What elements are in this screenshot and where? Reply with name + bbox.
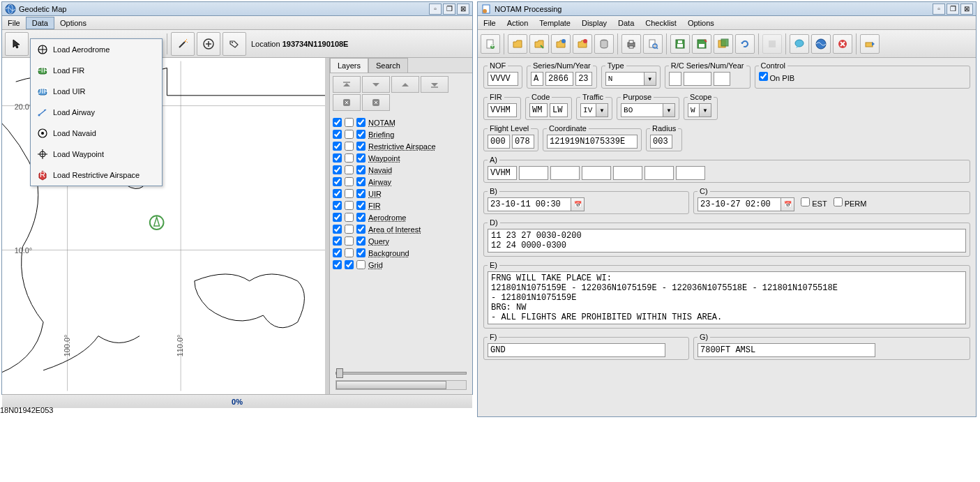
db-button[interactable] [594,34,614,54]
notam-menu-data[interactable]: Data [612,17,640,29]
layer-cb2[interactable] [345,142,354,151]
load-fir-item[interactable]: FIR Load FIR [31,60,162,81]
layer-cb1[interactable] [333,118,342,127]
minimize-button[interactable]: ▫⁢ [429,3,442,15]
traffic-input[interactable] [580,103,596,117]
a-input-7[interactable] [676,166,705,180]
save1-button[interactable] [670,34,690,54]
layer-cb2[interactable] [345,260,354,269]
layer-cb3[interactable] [356,177,365,186]
layer-cb2[interactable] [345,201,354,210]
on-pib-checkbox[interactable] [759,72,768,81]
est-checkbox[interactable] [801,197,810,206]
layer-up-button[interactable] [391,76,419,93]
layer-label[interactable]: Query [368,237,389,246]
layer-label[interactable]: Restrictive Airspace [368,142,436,151]
layer-slider[interactable] [330,363,472,394]
layer-cb1[interactable] [333,130,342,139]
layer-cb3[interactable] [356,260,365,269]
layer-cb1[interactable] [333,213,342,222]
folder1-button[interactable] [508,34,527,54]
layer-cb1[interactable] [333,189,342,198]
layer-cb3[interactable] [356,236,365,246]
tag-tool-button[interactable] [223,32,246,56]
code2-input[interactable] [550,103,568,117]
maximize-button[interactable]: ❐ [443,3,455,15]
coord-input[interactable] [547,135,638,149]
layer-top-button[interactable] [333,76,361,93]
b-datetime-input[interactable] [488,197,571,211]
layer-cb2[interactable] [345,225,354,234]
tab-layers[interactable]: Layers [330,58,368,73]
layer-label[interactable]: Navaid [368,166,392,174]
layer-label[interactable]: Airway [368,178,391,186]
layer-label[interactable]: FIR [368,202,381,210]
layer-cb3[interactable] [356,153,365,163]
fl-lower-input[interactable] [488,135,510,149]
layer-cb2[interactable] [345,248,354,257]
new-doc-button[interactable]: + [481,34,500,54]
layer-x1-button[interactable] [333,94,361,111]
layer-label[interactable]: Grid [368,261,383,269]
a-input-2[interactable] [519,166,548,180]
layer-label[interactable]: Aerodrome [368,213,406,222]
layer-label[interactable]: UIR [368,190,382,198]
load-airway-item[interactable]: Load Airway [31,102,162,123]
a-input-3[interactable] [550,166,580,180]
layer-cb2[interactable] [345,189,354,198]
perm-checkbox[interactable] [834,197,843,206]
traffic-dropdown-button[interactable]: ▼ [596,103,608,117]
folder2-button[interactable] [529,34,549,54]
notam-close-button[interactable]: ⊠ [960,3,973,15]
series-input[interactable] [531,72,543,86]
tab-search[interactable]: Search [368,58,408,73]
layer-label[interactable]: Waypoint [368,154,400,163]
layer-down-button[interactable] [362,76,390,93]
layer-cb3[interactable] [356,130,365,139]
layer-cb3[interactable] [356,142,365,151]
cancel-button[interactable] [833,34,852,54]
on-pib-label[interactable]: On PIB [759,74,795,82]
layer-cb2[interactable] [345,153,354,163]
layer-cb3[interactable] [356,225,365,234]
layer-cb1[interactable] [333,225,342,234]
layer-cb3[interactable] [356,189,365,198]
a-input-4[interactable] [582,166,611,180]
save3-button[interactable] [714,34,733,54]
menu-options[interactable]: Options [54,17,92,29]
notam-menu-file[interactable]: File [478,17,502,29]
print-button[interactable] [621,34,641,54]
close-button[interactable]: ⊠ [457,3,469,15]
layer-cb2[interactable] [345,213,354,222]
layer-label[interactable]: Briefing [368,130,394,139]
add-tool-button[interactable] [197,32,220,56]
code1-input[interactable] [529,103,548,117]
purpose-dropdown-button[interactable]: ▼ [663,103,675,117]
layer-cb3[interactable] [356,201,365,210]
num-input[interactable] [545,72,573,86]
layer-cb3[interactable] [356,165,365,174]
chat-button[interactable] [790,34,809,54]
perm-label[interactable]: PERM [834,199,867,208]
rc-series-input[interactable] [669,72,681,86]
layer-cb1[interactable] [333,201,342,210]
preview-button[interactable] [643,34,663,54]
layer-label[interactable]: NOTAM [368,119,395,127]
f-input[interactable] [488,343,665,357]
layer-cb1[interactable] [333,177,342,186]
notam-menu-options[interactable]: Options [682,17,720,29]
c-calendar-button[interactable]: 📅 [781,197,794,211]
layer-cb3[interactable] [356,213,365,222]
notam-minimize-button[interactable]: ▫⁢ [933,3,945,15]
layer-cb1[interactable] [333,236,342,246]
load-restrictive-item[interactable]: R Load Restrictive Airspace [31,165,162,186]
layer-cb1[interactable] [333,142,342,151]
d-textarea[interactable] [488,229,966,253]
layer-cb1[interactable] [333,248,342,257]
layer-cb2[interactable] [345,236,354,246]
a-input-6[interactable] [644,166,674,180]
nof-input[interactable] [488,72,518,86]
fl-upper-input[interactable] [512,135,534,149]
purpose-input[interactable] [621,103,663,117]
layer-cb2[interactable] [345,165,354,174]
